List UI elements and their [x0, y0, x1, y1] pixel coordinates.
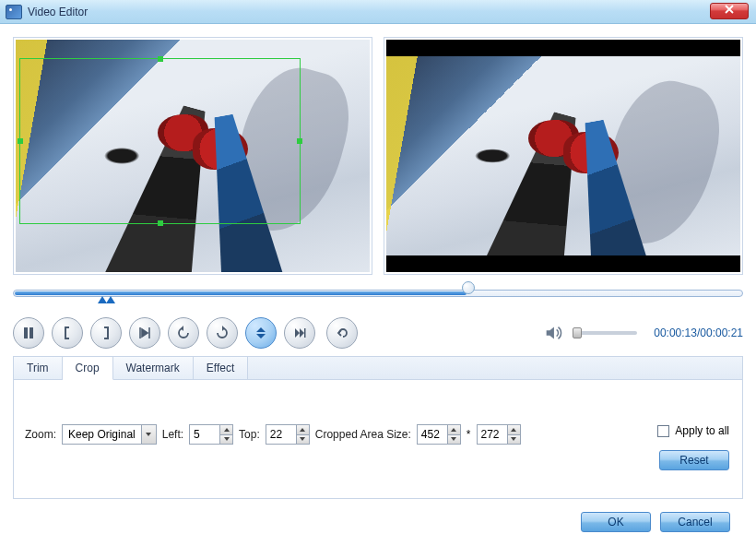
cropped-size-label: Cropped Area Size:: [315, 428, 411, 441]
bracket-close-icon: [99, 326, 113, 340]
timeline-playhead[interactable]: [462, 281, 475, 294]
spinner-down-icon[interactable]: [220, 435, 232, 445]
reset-button[interactable]: Reset: [659, 450, 729, 470]
zoom-select[interactable]: Keep Original: [62, 424, 157, 445]
close-icon: [725, 5, 734, 14]
app-icon: [6, 5, 22, 19]
volume-slider[interactable]: [573, 331, 637, 335]
flip-vertical-icon: [254, 326, 268, 340]
width-spinner[interactable]: 452: [417, 424, 461, 445]
rotate-right-icon: [215, 326, 230, 340]
zoom-label: Zoom:: [25, 428, 56, 441]
apply-to-all-label: Apply to all: [675, 424, 729, 437]
spinner-up-icon[interactable]: [448, 425, 460, 435]
rotate-left-icon: [176, 326, 191, 340]
set-start-bracket-button[interactable]: [52, 317, 83, 349]
spinner-up-icon[interactable]: [297, 425, 309, 435]
volume-icon[interactable]: [543, 323, 563, 343]
height-value[interactable]: 272: [478, 425, 507, 444]
tab-crop[interactable]: Crop: [63, 357, 113, 380]
top-label: Top:: [239, 428, 260, 441]
source-video-surface: [16, 40, 370, 272]
cancel-button[interactable]: Cancel: [660, 512, 730, 532]
tab-watermark[interactable]: Watermark: [113, 357, 194, 379]
window-title: Video Editor: [28, 6, 88, 18]
tab-strip: Trim Crop Watermark Effect: [14, 357, 742, 380]
bracket-open-icon: [60, 326, 75, 340]
svg-rect-2: [304, 328, 306, 338]
left-value[interactable]: 5: [190, 425, 219, 444]
spinner-down-icon[interactable]: [508, 435, 520, 445]
next-frame-button[interactable]: [284, 317, 315, 349]
svg-rect-1: [30, 327, 33, 338]
tab-body-crop: Zoom: Keep Original Left: 5 Top: 22 Crop…: [14, 380, 742, 498]
apply-to-all-checkbox[interactable]: [657, 425, 669, 437]
svg-rect-0: [24, 327, 28, 338]
spinner-up-icon[interactable]: [508, 425, 520, 435]
width-value[interactable]: 452: [418, 425, 447, 444]
spinner-down-icon[interactable]: [448, 435, 460, 445]
spinner-down-icon[interactable]: [297, 435, 309, 445]
rotate-right-button[interactable]: [207, 317, 238, 349]
left-spinner[interactable]: 5: [189, 424, 233, 445]
height-spinner[interactable]: 272: [477, 424, 521, 445]
tab-effect[interactable]: Effect: [194, 357, 248, 379]
title-bar: Video Editor: [0, 0, 756, 24]
left-label: Left:: [162, 428, 183, 441]
zoom-value: Keep Original: [63, 428, 141, 441]
top-spinner[interactable]: 22: [266, 424, 310, 445]
pause-button[interactable]: [13, 317, 44, 349]
play-range-button[interactable]: [129, 317, 160, 349]
set-end-bracket-button[interactable]: [90, 317, 122, 349]
timeline-out-marker[interactable]: [106, 296, 115, 303]
source-preview-pane[interactable]: [13, 37, 372, 275]
top-value[interactable]: 22: [266, 425, 296, 444]
pause-icon: [21, 326, 36, 340]
timecode-display: 00:00:13/00:00:21: [654, 326, 743, 339]
flip-vertical-button[interactable]: [245, 317, 277, 349]
play-range-icon: [137, 326, 152, 340]
chevron-down-icon: [141, 425, 156, 444]
spinner-up-icon[interactable]: [220, 425, 232, 435]
tab-trim[interactable]: Trim: [14, 357, 63, 379]
rotate-left-button[interactable]: [168, 317, 199, 349]
undo-icon: [335, 326, 349, 340]
next-frame-icon: [292, 326, 307, 340]
close-button[interactable]: [710, 3, 749, 19]
timeline[interactable]: [13, 284, 743, 308]
undo-button[interactable]: [326, 317, 358, 349]
volume-thumb[interactable]: [573, 327, 582, 338]
ok-button[interactable]: OK: [581, 512, 651, 532]
output-video-surface: [386, 56, 740, 255]
size-separator: *: [467, 428, 471, 441]
output-preview-pane: [384, 37, 743, 275]
